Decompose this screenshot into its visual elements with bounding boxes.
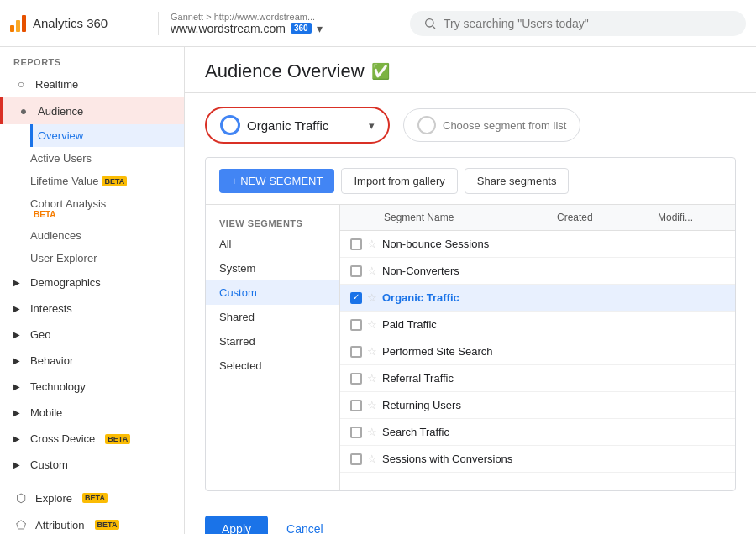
interests-label: Interests — [30, 302, 72, 315]
checkbox-sessions-with-conversions[interactable] — [350, 453, 362, 465]
panel-toolbar: + NEW SEGMENT Import from gallery Share … — [206, 158, 735, 205]
segment1-pill[interactable]: Organic Traffic ▾ — [205, 107, 390, 144]
verified-icon: ✅ — [371, 62, 390, 81]
sidebar-item-audiences[interactable]: Audiences — [30, 224, 184, 247]
segment-row-performed-site-search[interactable]: ☆Performed Site Search — [340, 338, 735, 365]
apply-button[interactable]: Apply — [205, 516, 268, 534]
segment-row-referral-traffic[interactable]: ☆Referral Traffic — [340, 365, 735, 392]
sidebar-item-overview[interactable]: Overview — [30, 124, 184, 147]
logo-bar-2 — [16, 20, 20, 32]
segment-nav-selected[interactable]: Selected — [206, 353, 339, 378]
cancel-button[interactable]: Cancel — [275, 516, 335, 534]
segment-row-non-bounce[interactable]: ☆Non-bounce Sessions — [340, 231, 735, 258]
chevron-right-icon: ▶ — [13, 434, 20, 443]
segment-name-performed-site-search: Performed Site Search — [382, 345, 725, 358]
star-non-converters[interactable]: ☆ — [367, 264, 377, 277]
star-paid-traffic[interactable]: ☆ — [367, 318, 377, 331]
sidebar-section-label: REPORTS — [0, 47, 184, 71]
sidebar-item-explore[interactable]: ⬡ Explore BETA — [0, 484, 184, 511]
sidebar-item-audience[interactable]: ● Audience — [0, 97, 184, 124]
checkbox-organic-traffic[interactable] — [350, 292, 362, 304]
segment-row-non-converters[interactable]: ☆Non-Converters — [340, 258, 735, 285]
sidebar-item-label: Audience — [38, 105, 83, 118]
panel-body: VIEW SEGMENTS All System Custom Shared S… — [206, 205, 735, 490]
checkbox-non-converters[interactable] — [350, 265, 362, 277]
attribution-label: Attribution — [35, 519, 85, 531]
sidebar-item-cohort-analysis[interactable]: Cohort Analysis BETA — [30, 192, 184, 224]
share-segments-button[interactable]: Share segments — [465, 168, 570, 194]
segment-nav-all[interactable]: All — [206, 232, 339, 256]
technology-label: Technology — [30, 380, 86, 393]
cross-device-label: Cross Device — [30, 432, 95, 445]
segment-row-organic-traffic[interactable]: ☆Organic Traffic — [340, 285, 735, 312]
checkbox-referral-traffic[interactable] — [350, 373, 362, 385]
checkbox-non-bounce[interactable] — [350, 238, 362, 250]
segment-nav-system[interactable]: System — [206, 256, 339, 280]
checkbox-paid-traffic[interactable] — [350, 319, 362, 331]
sidebar-item-lifetime-value[interactable]: Lifetime Value BETA — [30, 170, 184, 192]
explore-label: Explore — [35, 492, 72, 505]
sidebar-item-custom[interactable]: ▶ Custom — [0, 452, 184, 478]
chevron-right-icon: ▶ — [13, 356, 20, 365]
sidebar-item-geo[interactable]: ▶ Geo — [0, 322, 184, 348]
sidebar-item-technology[interactable]: ▶ Technology — [0, 374, 184, 400]
sidebar-item-interests[interactable]: ▶ Interests — [0, 296, 184, 322]
page-title: Audience Overview — [205, 60, 365, 82]
segment2-text: Choose segment from list — [443, 119, 566, 132]
segment-row-paid-traffic[interactable]: ☆Paid Traffic — [340, 312, 735, 338]
sidebar-item-behavior[interactable]: ▶ Behavior — [0, 348, 184, 374]
segment-nav-starred[interactable]: Starred — [206, 329, 339, 353]
chevron-right-icon: ▶ — [13, 278, 20, 287]
search-bar[interactable]: Try searching "Users today" — [410, 11, 746, 36]
checkbox-search-traffic[interactable] — [350, 427, 362, 438]
search-placeholder[interactable]: Try searching "Users today" — [444, 17, 589, 30]
svg-line-1 — [433, 26, 435, 29]
segment2-icon — [417, 116, 436, 134]
logo-area: Analytics 360 — [10, 15, 144, 32]
star-non-bounce[interactable]: ☆ — [367, 238, 377, 250]
segment-row-search-traffic[interactable]: ☆Search Traffic — [340, 419, 735, 446]
sidebar-item-user-explorer[interactable]: User Explorer — [30, 247, 184, 270]
segment2-pill[interactable]: Choose segment from list — [403, 108, 580, 142]
lifetime-value-beta-badge: BETA — [102, 176, 127, 186]
segment-nav-custom[interactable]: Custom — [206, 280, 339, 305]
share-segments-label: Share segments — [477, 175, 557, 187]
sidebar-item-attribution[interactable]: ⬠ Attribution BETA — [0, 511, 184, 534]
explore-icon: ⬡ — [13, 491, 29, 505]
checkbox-returning-users[interactable] — [350, 400, 362, 411]
segment-nav-shared[interactable]: Shared — [206, 305, 339, 329]
segment-rows: ☆Non-bounce Sessions☆Non-Converters☆Orga… — [340, 231, 735, 473]
logo-icon — [10, 15, 26, 32]
checkbox-performed-site-search[interactable] — [350, 346, 362, 358]
segment-table-area: Segment Name Created Modifi... ☆Non-boun… — [340, 205, 735, 490]
logo-text: Analytics 360 — [33, 16, 108, 30]
sidebar-item-realtime[interactable]: ○ Realtime — [0, 71, 184, 97]
new-segment-label: + NEW SEGMENT — [231, 175, 323, 187]
clock-icon: ○ — [13, 77, 29, 91]
star-performed-site-search[interactable]: ☆ — [367, 345, 377, 358]
col-check-header — [350, 212, 362, 223]
page-header: Audience Overview ✅ — [185, 47, 756, 93]
content-area: Audience Overview ✅ Organic Traffic ▾ Ch… — [185, 47, 756, 534]
segment-row-sessions-with-conversions[interactable]: ☆Sessions with Conversions — [340, 446, 735, 473]
segment-panel: + NEW SEGMENT Import from gallery Share … — [205, 157, 736, 491]
star-referral-traffic[interactable]: ☆ — [367, 372, 377, 385]
sidebar-item-mobile[interactable]: ▶ Mobile — [0, 400, 184, 426]
logo-bar-1 — [10, 25, 14, 32]
star-search-traffic[interactable]: ☆ — [367, 426, 377, 438]
url-dropdown-icon[interactable]: ▾ — [317, 22, 323, 35]
import-gallery-button[interactable]: Import from gallery — [341, 168, 457, 194]
star-organic-traffic[interactable]: ☆ — [367, 291, 377, 304]
sidebar-item-cross-device[interactable]: ▶ Cross Device BETA — [0, 426, 184, 452]
main-layout: REPORTS ○ Realtime ● Audience Overview A… — [0, 47, 756, 534]
url-main[interactable]: www.wordstream.com 360 ▾ — [171, 22, 323, 35]
segment-row-returning-users[interactable]: ☆Returning Users — [340, 392, 735, 419]
sidebar-item-demographics[interactable]: ▶ Demographics — [0, 270, 184, 296]
segment1-chevron-icon: ▾ — [369, 119, 375, 132]
segment-table-header: Segment Name Created Modifi... — [340, 205, 735, 231]
new-segment-button[interactable]: + NEW SEGMENT — [219, 169, 334, 193]
star-returning-users[interactable]: ☆ — [367, 399, 377, 411]
star-sessions-with-conversions[interactable]: ☆ — [367, 453, 377, 465]
segment1-icon — [220, 115, 240, 135]
sidebar-item-active-users[interactable]: Active Users — [30, 147, 184, 170]
